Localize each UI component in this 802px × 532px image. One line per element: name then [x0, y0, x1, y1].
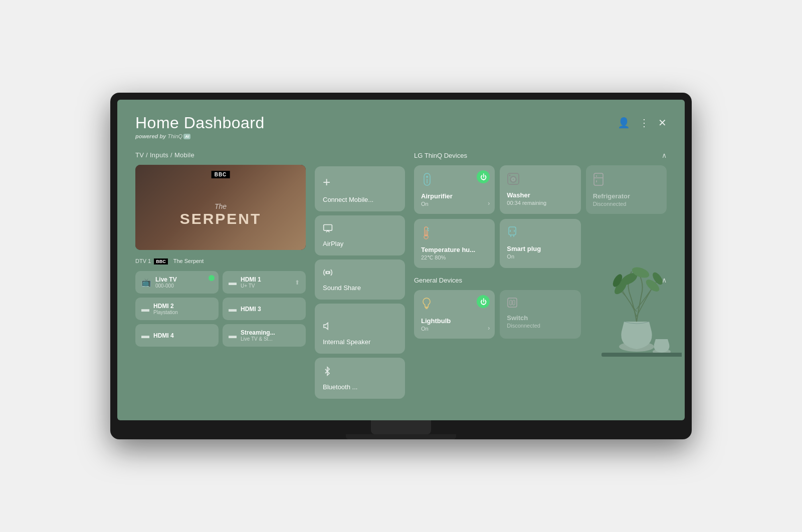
- temperature-status: 22℃ 80%: [421, 254, 488, 261]
- plant-svg: [591, 256, 682, 359]
- airpurifier-status: On: [421, 201, 488, 207]
- airplay-tile[interactable]: AirPlay: [315, 215, 405, 255]
- svg-rect-10: [594, 173, 603, 185]
- tv-preview[interactable]: BBC The SERPENT: [135, 165, 306, 250]
- show-line1: The: [180, 202, 262, 210]
- smartplug-icon: [507, 226, 573, 242]
- profile-button[interactable]: 👤: [618, 117, 630, 129]
- switch-icon: [507, 297, 573, 311]
- device-refrigerator[interactable]: Refrigerator Disconnected: [586, 165, 667, 214]
- switch-name: Switch: [507, 314, 573, 322]
- input-grid: 📺 Live TV 000-000 ▬ HDMI 1: [135, 271, 306, 347]
- input-tile-hdmi3[interactable]: ▬ HDMI 3: [223, 298, 306, 320]
- lightbulb-name: Lightbulb: [421, 317, 488, 325]
- thinq-collapse-btn[interactable]: ∧: [662, 151, 667, 159]
- show-name: The Serpent: [173, 258, 204, 264]
- device-temperature[interactable]: Temperature hu... 22℃ 80%: [414, 219, 495, 268]
- connect-mobile-icon: +: [323, 174, 330, 190]
- streaming-sub: Live TV & St...: [241, 336, 275, 342]
- svg-rect-26: [508, 298, 517, 307]
- channel-info: DTV 1 BBC: [135, 258, 169, 264]
- input-tile-live-tv[interactable]: 📺 Live TV 000-000: [135, 271, 219, 294]
- switch-status: Disconnected: [507, 323, 573, 329]
- lightbulb-power-btn[interactable]: ⏻: [477, 295, 490, 308]
- hdmi2-sub: Playstation: [153, 310, 178, 315]
- connect-mobile-label: Connect Mobile...: [323, 196, 373, 203]
- sound-share-tile[interactable]: Sound Share: [315, 259, 405, 300]
- page-title: Home Dashboard: [135, 114, 265, 132]
- left-panel: TV / Inputs / Mobile BBC The SERPENT: [135, 151, 306, 403]
- middle-panel: + Connect Mobile... AirPlay: [315, 151, 405, 403]
- svg-rect-0: [324, 225, 332, 231]
- input-tile-hdmi1[interactable]: ▬ HDMI 1 U+ TV ⬆: [223, 271, 306, 294]
- smartplug-name: Smart plug: [507, 245, 573, 252]
- svg-point-8: [512, 178, 515, 181]
- close-button[interactable]: ✕: [658, 117, 667, 129]
- svg-point-9: [509, 175, 511, 176]
- bluetooth-tile[interactable]: Bluetooth ...: [315, 358, 405, 399]
- device-washer[interactable]: Washer 00:34 remaining: [500, 165, 580, 214]
- svg-point-17: [428, 228, 429, 229]
- spacer: [315, 151, 405, 166]
- svg-rect-19: [509, 227, 516, 235]
- input-tile-hdmi4[interactable]: ▬ HDMI 4: [135, 324, 219, 347]
- airpurifier-power-btn[interactable]: ⏻: [477, 170, 490, 183]
- airplay-icon: [323, 223, 333, 236]
- svg-point-1: [327, 272, 329, 274]
- bluetooth-label: Bluetooth ...: [323, 383, 357, 391]
- temperature-icon: [421, 226, 488, 243]
- washer-icon: [507, 172, 573, 188]
- device-lightbulb[interactable]: ⏻ Lightbulb On ›: [414, 290, 495, 339]
- hdmi2-name: HDMI 2: [153, 303, 178, 310]
- live-tv-name: Live TV: [155, 276, 177, 283]
- right-panel: LG ThinQ Devices ∧: [414, 151, 667, 403]
- header-controls: 👤 ⋮ ✕: [618, 114, 667, 129]
- refrigerator-status: Disconnected: [593, 201, 660, 207]
- more-button[interactable]: ⋮: [639, 117, 649, 129]
- lightbulb-chevron: ›: [488, 325, 490, 332]
- hdmi1-name: HDMI 1: [241, 276, 261, 283]
- general-device-grid: ⏻ Lightbulb On ›: [414, 290, 667, 339]
- refrigerator-icon: [593, 172, 660, 189]
- device-switch[interactable]: Switch Disconnected: [500, 290, 580, 339]
- thinq-device-grid: ⏻ Airpurifier On ›: [414, 165, 667, 268]
- general-section-title: General Devices: [414, 277, 462, 284]
- hdmi1-icon: ▬: [229, 278, 237, 287]
- connect-mobile-tile[interactable]: + Connect Mobile...: [315, 166, 405, 211]
- tv-section-label: TV / Inputs / Mobile: [135, 151, 306, 159]
- hdmi4-name: HDMI 4: [153, 332, 174, 339]
- temperature-name: Temperature hu...: [421, 246, 488, 253]
- thinq-section-title: LG ThinQ Devices: [414, 152, 467, 159]
- svg-rect-37: [602, 353, 682, 357]
- device-airpurifier[interactable]: ⏻ Airpurifier On ›: [414, 165, 495, 214]
- streaming-icon: ▬: [229, 331, 237, 340]
- svg-point-4: [426, 176, 428, 178]
- svg-marker-2: [324, 323, 328, 330]
- input-tile-hdmi2[interactable]: ▬ HDMI 2 Playstation: [135, 298, 219, 320]
- svg-point-7: [510, 176, 516, 182]
- bluetooth-icon: [323, 366, 332, 379]
- internal-speaker-tile[interactable]: Internal Speaker: [315, 304, 405, 354]
- hdmi1-sub: U+ TV: [241, 283, 261, 289]
- smartplug-status: On: [507, 253, 573, 259]
- airpurifier-chevron: ›: [488, 200, 490, 207]
- tv-preview-content: BBC The SERPENT: [135, 165, 306, 250]
- home-dashboard: Home Dashboard powered by ThinQ AI 👤 ⋮ ✕: [117, 100, 685, 417]
- device-smartplug[interactable]: Smart plug On: [500, 219, 580, 268]
- page-subtitle: powered by ThinQ AI: [135, 133, 265, 139]
- airpurifier-name: Airpurifier: [421, 192, 488, 200]
- airplay-label: AirPlay: [323, 240, 343, 247]
- live-tv-icon: 📺: [141, 278, 151, 287]
- live-tv-sub: 000-000: [155, 283, 177, 289]
- input-tile-streaming[interactable]: ▬ Streaming... Live TV & St...: [223, 324, 306, 347]
- sound-share-label: Sound Share: [323, 284, 361, 292]
- active-indicator: [209, 275, 215, 281]
- svg-rect-28: [513, 300, 515, 305]
- svg-point-18: [428, 230, 429, 231]
- washer-status: 00:34 remaining: [507, 200, 573, 206]
- sound-share-icon: [323, 268, 333, 280]
- show-title-block: The SERPENT: [180, 202, 262, 227]
- tv-base: [346, 434, 456, 439]
- tv-frame: Home Dashboard powered by ThinQ AI 👤 ⋮ ✕: [110, 93, 692, 439]
- internal-speaker-label: Internal Speaker: [323, 338, 370, 346]
